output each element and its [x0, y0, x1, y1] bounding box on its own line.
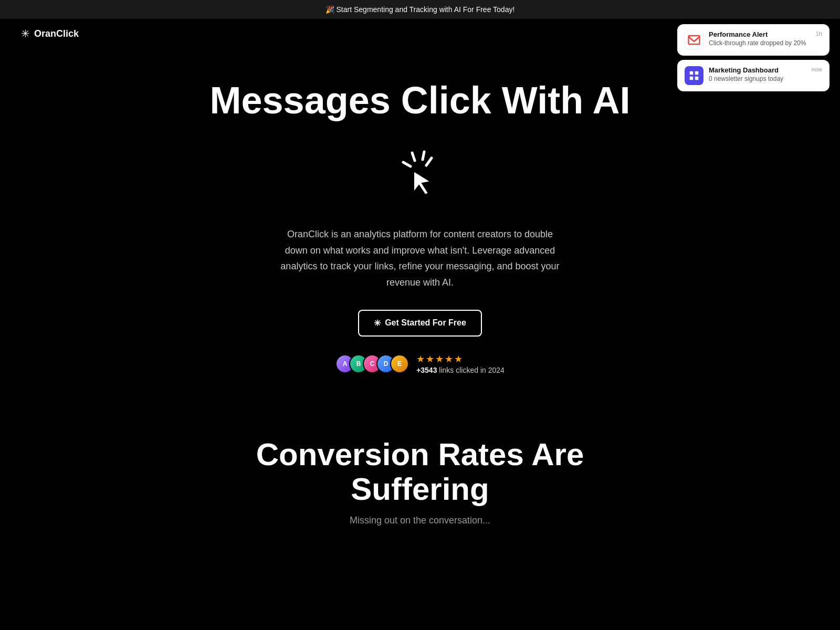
top-banner: 🎉 Start Segmenting and Tracking with AI …: [0, 0, 840, 19]
social-proof: A B C D E ★★★★★ +3543 links clicked in 2…: [194, 353, 646, 374]
navbar: ✳ OranClick Pricing FAQ Performance Aler…: [0, 19, 840, 48]
logo[interactable]: ✳ OranClick: [21, 27, 79, 40]
banner-text: 🎉 Start Segmenting and Tracking with AI …: [326, 5, 515, 14]
avatar-stack: A B C D E: [335, 354, 409, 373]
stats-text: +3543 links clicked in 2024: [416, 366, 505, 374]
notifications-panel: Performance Alert Click-through rate dro…: [677, 24, 830, 91]
notification-1-body: Click-through rate dropped by 20%: [709, 39, 811, 47]
svg-line-7: [426, 158, 432, 165]
notification-marketing-dash[interactable]: Marketing Dashboard 0 newsletter signups…: [677, 60, 830, 91]
section-two-title: Conversion Rates Are Suffering: [194, 437, 646, 507]
section-two: Conversion Rates Are Suffering Missing o…: [184, 395, 656, 547]
notification-2-time: now: [812, 66, 822, 72]
section-two-subtitle: Missing out on the conversation...: [194, 515, 646, 526]
notification-1-content: Performance Alert Click-through rate dro…: [709, 30, 811, 47]
svg-line-6: [403, 162, 411, 166]
cta-icon: ✳: [374, 318, 381, 328]
svg-rect-2: [690, 77, 693, 80]
svg-line-4: [412, 153, 415, 161]
logo-icon: ✳: [21, 27, 30, 40]
logo-text: OranClick: [34, 28, 79, 39]
click-cursor-icon: [388, 142, 452, 205]
svg-line-5: [423, 152, 424, 160]
stats-count: +3543: [416, 366, 437, 374]
svg-rect-3: [695, 77, 698, 80]
notification-1-title: Performance Alert: [709, 30, 811, 38]
notification-gmail-icon: [685, 30, 704, 49]
notification-1-time: 1h: [816, 30, 822, 37]
notification-2-title: Marketing Dashboard: [709, 66, 806, 74]
svg-rect-0: [690, 71, 693, 75]
hero-description: OranClick is an analytics platform for c…: [278, 226, 562, 290]
notification-perf-alert[interactable]: Performance Alert Click-through rate dro…: [677, 24, 830, 56]
star-rating: ★★★★★: [416, 353, 464, 365]
hero-section: Messages Click With AI OranClick is an a…: [184, 48, 656, 395]
avatar-5: E: [390, 354, 409, 373]
notification-2-content: Marketing Dashboard 0 newsletter signups…: [709, 66, 806, 82]
stats-label: links clicked in 2024: [439, 366, 505, 374]
social-stats: ★★★★★ +3543 links clicked in 2024: [416, 353, 505, 374]
cta-button[interactable]: ✳ Get Started For Free: [358, 310, 482, 337]
hero-title: Messages Click With AI: [194, 80, 646, 121]
cta-label: Get Started For Free: [385, 318, 466, 328]
notification-dashboard-icon: [685, 66, 704, 85]
click-icon-container: [388, 142, 452, 205]
svg-rect-1: [695, 71, 698, 75]
notification-2-body: 0 newsletter signups today: [709, 75, 806, 82]
